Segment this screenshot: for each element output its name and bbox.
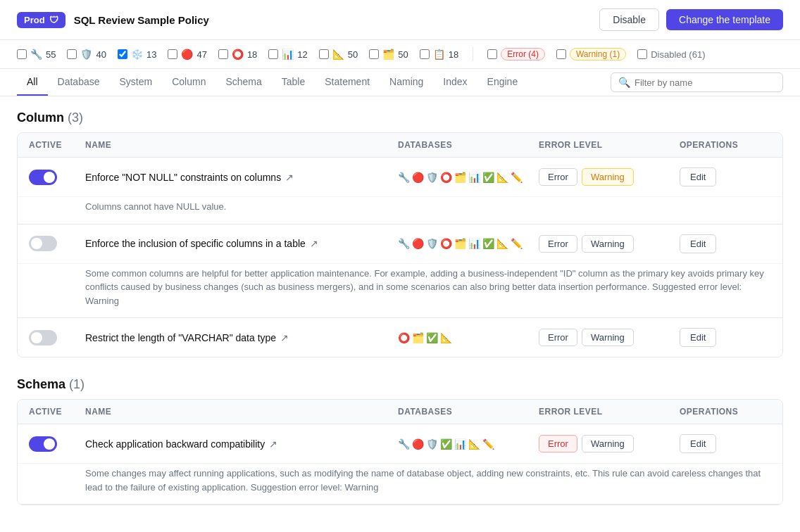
external-link-icon[interactable]: ↗ bbox=[310, 238, 318, 249]
disable-button[interactable]: Disable bbox=[599, 8, 659, 31]
filter-icon-8: 🗂️ bbox=[382, 49, 394, 60]
error-level-error-btn[interactable]: Error bbox=[539, 235, 577, 253]
filter-checkbox-4[interactable] bbox=[168, 49, 177, 59]
rule-2-db-icons: 🔧 🔴 🛡️ ⭕ 🗂️ 📊 ✅ 📐 ✏️ bbox=[398, 238, 539, 249]
error-level-error-btn[interactable]: Error bbox=[539, 329, 577, 346]
filter-checkbox-error[interactable] bbox=[487, 49, 497, 59]
col-header-active: Active bbox=[29, 140, 85, 150]
rule-2-ops: Edit bbox=[680, 234, 771, 253]
tab-database[interactable]: Database bbox=[48, 69, 110, 96]
tab-naming[interactable]: Naming bbox=[380, 69, 433, 96]
db-icon: ✅ bbox=[482, 172, 494, 183]
shield-icon: 🛡 bbox=[49, 15, 58, 25]
db-icon: ✏️ bbox=[511, 238, 523, 249]
schema-table-header: Active Name Databases Error Level Operat… bbox=[18, 400, 782, 424]
error-level-error-btn[interactable]: Error bbox=[539, 168, 577, 186]
filter-checkbox-warning[interactable] bbox=[556, 49, 566, 59]
rule-1-toggle[interactable] bbox=[29, 170, 57, 185]
db-icon: ✅ bbox=[440, 438, 452, 450]
rule-1-error-level: Error Warning bbox=[539, 168, 680, 186]
page-header: Prod 🛡 SQL Review Sample Policy Disable … bbox=[0, 0, 800, 40]
filter-checkbox-8[interactable] bbox=[369, 49, 379, 59]
filter-item-4[interactable]: 🔴 47 bbox=[168, 49, 206, 60]
tab-system[interactable]: System bbox=[110, 69, 163, 96]
column-section-count: (3) bbox=[68, 110, 83, 125]
tab-index[interactable]: Index bbox=[433, 69, 477, 96]
tab-table[interactable]: Table bbox=[272, 69, 315, 96]
column-table-header: Active Name Databases Error Level Operat… bbox=[18, 133, 782, 158]
schema-section-title: Schema (1) bbox=[17, 363, 783, 399]
col-header-operations: Operations bbox=[680, 140, 771, 150]
db-icon: ✅ bbox=[426, 332, 438, 343]
filter-item-1[interactable]: 🔧 55 bbox=[17, 49, 56, 60]
filter-icon-3: ❄️ bbox=[131, 49, 143, 60]
tab-engine[interactable]: Engine bbox=[477, 69, 528, 96]
filter-checkbox-9[interactable] bbox=[420, 49, 430, 59]
filter-disabled[interactable]: Disabled (61) bbox=[637, 49, 705, 60]
search-input[interactable] bbox=[635, 77, 775, 88]
external-link-icon[interactable]: ↗ bbox=[280, 332, 289, 343]
table-row: Enforce "NOT NULL" constraints on column… bbox=[18, 158, 782, 197]
filter-item-6[interactable]: 📊 12 bbox=[268, 49, 307, 60]
tab-statement[interactable]: Statement bbox=[315, 69, 380, 96]
rule-2-toggle[interactable] bbox=[29, 236, 57, 251]
filter-checkbox-3[interactable] bbox=[118, 49, 127, 59]
filter-checkbox-2[interactable] bbox=[67, 49, 77, 59]
rule-4-toggle-cell bbox=[29, 436, 85, 452]
db-icon: 📐 bbox=[440, 332, 452, 343]
db-icon: 🗂️ bbox=[454, 238, 466, 249]
rule-2-edit-btn[interactable]: Edit bbox=[680, 234, 716, 253]
rule-1-ops: Edit bbox=[680, 167, 771, 186]
search-icon: 🔍 bbox=[618, 77, 630, 88]
filter-item-9[interactable]: 📋 18 bbox=[420, 49, 458, 60]
rule-3-toggle[interactable] bbox=[29, 330, 57, 346]
rule-2-toggle-cell bbox=[29, 236, 85, 251]
rule-3-error-level: Error Warning bbox=[539, 329, 680, 346]
col-header-name: Name bbox=[85, 140, 398, 150]
rule-4-toggle[interactable] bbox=[29, 436, 57, 452]
error-level-warning-btn[interactable]: Warning bbox=[582, 329, 634, 346]
error-level-error-btn[interactable]: Error bbox=[539, 435, 577, 452]
rule-1-description: Columns cannot have NULL value. bbox=[18, 197, 782, 224]
main-content: Column (3) Active Name Databases Error L… bbox=[0, 96, 800, 505]
warning-badge: Warning (1) bbox=[570, 48, 626, 61]
filter-checkbox-7[interactable] bbox=[319, 49, 329, 59]
tab-schema[interactable]: Schema bbox=[215, 69, 271, 96]
filter-item-3[interactable]: ❄️ 13 bbox=[118, 49, 156, 60]
db-icon: 🗂️ bbox=[412, 332, 424, 343]
error-level-warning-btn[interactable]: Warning bbox=[582, 235, 634, 253]
rule-1-edit-btn[interactable]: Edit bbox=[680, 167, 716, 186]
error-badge: Error (4) bbox=[501, 48, 545, 61]
filter-checkbox-disabled[interactable] bbox=[637, 49, 647, 59]
search-box[interactable]: 🔍 bbox=[611, 72, 783, 92]
filter-item-5[interactable]: ⭕ 18 bbox=[218, 49, 257, 60]
db-icon: 📊 bbox=[468, 238, 480, 249]
schema-rule-table: Active Name Databases Error Level Operat… bbox=[17, 399, 783, 505]
filter-checkbox-6[interactable] bbox=[268, 49, 278, 59]
filter-item-7[interactable]: 📐 50 bbox=[319, 49, 358, 60]
filter-checkbox-1[interactable] bbox=[17, 49, 27, 59]
filter-error[interactable]: Error (4) bbox=[487, 48, 545, 61]
db-icon: 📊 bbox=[454, 438, 466, 450]
nav-tabs: All Database System Column Schema Table … bbox=[0, 69, 800, 96]
header-left: Prod 🛡 SQL Review Sample Policy bbox=[17, 12, 209, 28]
db-icon: 📊 bbox=[468, 172, 480, 183]
error-level-warning-btn[interactable]: Warning bbox=[582, 168, 634, 186]
change-template-button[interactable]: Change the template bbox=[666, 9, 783, 30]
tab-all[interactable]: All bbox=[17, 69, 48, 96]
rule-4-edit-btn[interactable]: Edit bbox=[680, 434, 716, 453]
filter-item-8[interactable]: 🗂️ 50 bbox=[369, 49, 408, 60]
filter-warning[interactable]: Warning (1) bbox=[556, 48, 626, 61]
external-link-icon[interactable]: ↗ bbox=[285, 172, 294, 183]
external-link-icon[interactable]: ↗ bbox=[269, 438, 277, 450]
rule-2-error-level: Error Warning bbox=[539, 235, 680, 253]
filter-checkbox-5[interactable] bbox=[218, 49, 228, 59]
rule-3-edit-btn[interactable]: Edit bbox=[680, 328, 716, 347]
db-icon: ⭕ bbox=[440, 238, 452, 249]
filter-item-2[interactable]: 🛡️ 40 bbox=[67, 49, 106, 60]
prod-badge: Prod 🛡 bbox=[17, 12, 65, 28]
tab-column[interactable]: Column bbox=[162, 69, 215, 96]
error-level-warning-btn[interactable]: Warning bbox=[582, 435, 634, 452]
header-right: Disable Change the template bbox=[599, 8, 783, 31]
rule-1-toggle-cell bbox=[29, 170, 85, 185]
